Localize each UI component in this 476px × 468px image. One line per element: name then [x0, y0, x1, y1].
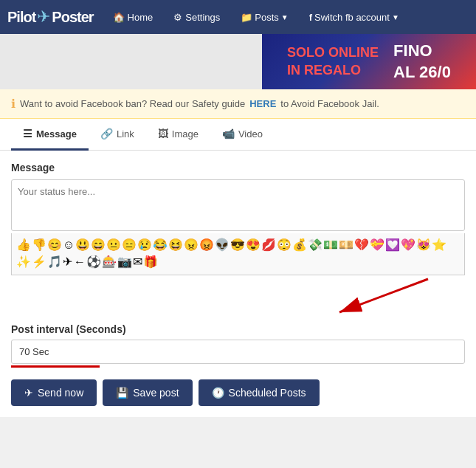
emoji-soccer[interactable]: ⚽: [86, 254, 101, 270]
posts-icon: 📁: [241, 12, 252, 23]
image-tab-icon: 🖼: [158, 128, 168, 140]
tab-image-label: Image: [172, 128, 199, 140]
promo-banner: SOLO ONLINE IN REGALO FINO AL 26/0: [0, 34, 476, 89]
brand-logo-icon: ✈: [37, 7, 50, 27]
emoji-bar: 👍 👎 😊 ☺ 😃 😄 😐 😑 😢 😂 😆 😠 😡 👽 😎 😍 💋 😳 💰 💸 …: [11, 233, 465, 275]
safety-alert: ℹ Want to avoid Facebook ban? Read our S…: [0, 89, 476, 119]
emoji-brokenheart[interactable]: 💔: [354, 237, 369, 253]
emoji-thumbsup[interactable]: 👍: [16, 237, 31, 253]
send-now-label: Send now: [38, 387, 83, 399]
emoji-neutral[interactable]: 😐: [106, 237, 121, 253]
emoji-squint[interactable]: 😆: [168, 237, 183, 253]
home-icon: 🏠: [113, 12, 125, 23]
emoji-laugh[interactable]: 😄: [91, 237, 106, 253]
tab-message-label: Message: [36, 128, 77, 140]
message-label: Message: [11, 162, 465, 173]
nav-settings-label: Settings: [185, 12, 220, 23]
emoji-cool[interactable]: 😎: [230, 237, 245, 253]
alert-icon: ℹ: [11, 97, 15, 111]
scheduled-posts-label: Scheduled Posts: [229, 387, 306, 399]
nav-switch-fb[interactable]: f Switch fb account ▼: [300, 7, 408, 27]
interval-input[interactable]: [11, 340, 465, 364]
banner-line1: SOLO ONLINE IN REGALO: [287, 44, 379, 79]
emoji-sparkling-heart[interactable]: 💖: [401, 237, 415, 253]
scheduled-posts-button[interactable]: 🕐 Scheduled Posts: [199, 379, 320, 406]
emoji-kiss[interactable]: 💋: [261, 237, 276, 253]
emoji-cat-heart[interactable]: 😻: [416, 237, 431, 253]
brand-name-part2: Poster: [52, 9, 93, 26]
emoji-star[interactable]: ⭐: [432, 237, 446, 253]
nav-posts-label: Posts: [255, 12, 279, 23]
emoji-heart-decoration[interactable]: 💟: [385, 237, 400, 253]
nav-switch-fb-label: Switch fb account: [314, 12, 390, 23]
emoji-heart-eyes[interactable]: 😍: [246, 237, 261, 253]
svg-line-1: [339, 279, 428, 312]
tab-message[interactable]: ☰ Message: [11, 119, 89, 151]
emoji-slot[interactable]: 🎰: [102, 254, 117, 270]
alert-text-before: Want to avoid Facebook ban? Read our Saf…: [20, 98, 245, 109]
emoji-music[interactable]: 🎵: [47, 254, 62, 270]
emoji-flushed[interactable]: 😳: [277, 237, 292, 253]
nav-posts[interactable]: 📁 Posts ▼: [232, 7, 297, 27]
red-arrow-annotation: [280, 272, 443, 320]
emoji-cry[interactable]: 😢: [137, 237, 152, 253]
emoji-smile2[interactable]: ☺: [63, 237, 75, 253]
emoji-lightning[interactable]: ⚡: [32, 254, 46, 270]
banner-text: SOLO ONLINE IN REGALO FINO AL 26/0: [262, 34, 476, 89]
action-buttons: ✈ Send now 💾 Save post 🕐 Scheduled Posts: [11, 379, 465, 406]
save-post-button[interactable]: 💾 Save post: [103, 379, 192, 406]
emoji-sparkles[interactable]: ✨: [16, 254, 31, 270]
switch-fb-caret-icon: ▼: [392, 13, 399, 21]
scheduled-posts-icon: 🕐: [212, 387, 224, 399]
emoji-gift[interactable]: 🎁: [143, 254, 158, 270]
tab-link[interactable]: 🔗 Link: [89, 119, 146, 151]
brand-logo[interactable]: Pilot ✈ Poster: [7, 7, 94, 27]
video-tab-icon: 📹: [222, 128, 235, 140]
nav-home-label: Home: [128, 12, 154, 23]
facebook-icon: f: [309, 12, 312, 23]
emoji-dollar[interactable]: 💵: [323, 237, 338, 253]
settings-icon: ⚙: [173, 12, 182, 23]
nav-home[interactable]: 🏠 Home: [104, 7, 162, 27]
emoji-arrow-left[interactable]: ←: [74, 254, 86, 270]
emoji-thumbsdown[interactable]: 👎: [32, 237, 46, 253]
tab-video[interactable]: 📹 Video: [210, 119, 275, 151]
tab-image[interactable]: 🖼 Image: [146, 119, 210, 151]
save-post-icon: 💾: [116, 387, 128, 399]
save-post-label: Save post: [133, 387, 179, 399]
emoji-plane[interactable]: ✈: [63, 254, 72, 270]
emoji-angry1[interactable]: 😠: [184, 237, 199, 253]
emoji-smile1[interactable]: 😊: [47, 237, 62, 253]
interval-label: Post interval (Seconds): [11, 323, 465, 335]
send-now-button[interactable]: ✈ Send now: [11, 379, 97, 406]
emoji-camera[interactable]: 📷: [117, 254, 132, 270]
interval-underline: [11, 365, 100, 368]
link-tab-icon: 🔗: [100, 128, 113, 140]
emoji-moneywings[interactable]: 💸: [308, 237, 322, 253]
emoji-angry2[interactable]: 😡: [199, 237, 214, 253]
alert-link[interactable]: HERE: [249, 98, 276, 109]
emoji-alien[interactable]: 👽: [215, 237, 230, 253]
emoji-expressionless[interactable]: 😑: [122, 237, 137, 253]
alert-text-after: to Avoid Facebook Jail.: [280, 98, 379, 109]
send-now-icon: ✈: [24, 387, 33, 399]
emoji-gift-heart[interactable]: 💝: [370, 237, 384, 253]
message-input[interactable]: [11, 179, 465, 231]
emoji-moneybag[interactable]: 💰: [292, 237, 307, 253]
emoji-yen[interactable]: 💴: [339, 237, 353, 253]
emoji-mail[interactable]: ✉: [133, 254, 142, 270]
tab-link-label: Link: [117, 128, 134, 140]
emoji-joy[interactable]: 😂: [153, 237, 168, 253]
brand-name-part1: Pilot: [7, 9, 35, 26]
nav-settings[interactable]: ⚙ Settings: [165, 7, 229, 27]
emoji-grin[interactable]: 😃: [75, 237, 90, 253]
tab-video-label: Video: [238, 128, 263, 140]
annotation-arrow-container: [11, 275, 465, 316]
main-content: Message 👍 👎 😊 ☺ 😃 😄 😐 😑 😢 😂 😆 😠 😡 👽 😎 😍 …: [0, 151, 476, 417]
message-tab-icon: ☰: [23, 128, 32, 140]
content-tabs: ☰ Message 🔗 Link 🖼 Image 📹 Video: [0, 119, 476, 151]
posts-caret-icon: ▼: [281, 13, 289, 21]
